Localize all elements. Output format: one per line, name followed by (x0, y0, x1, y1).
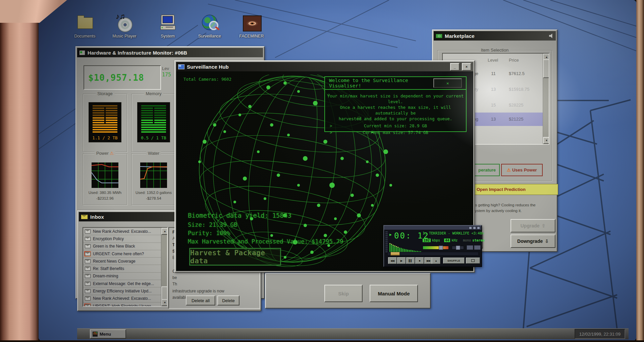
envelope-icon (84, 296, 91, 301)
money-panel: $10,957.18 (84, 65, 161, 90)
email-body-line: infrastructure upgrade is now (172, 289, 260, 295)
email-subject: Re: Staff Benefits (93, 266, 124, 271)
samplerate-value: 44 (444, 238, 450, 242)
scroll-down-button[interactable]: ▼ (161, 299, 168, 306)
email-subject: Dream-mining (93, 274, 118, 278)
scrollbar-thumb[interactable] (543, 59, 549, 78)
uses-power-button[interactable]: ⚠ Uses Power (501, 164, 543, 176)
manual-mode-button[interactable]: Manual Mode (370, 285, 418, 302)
seek-handle[interactable] (390, 252, 400, 256)
bitrate-unit: kbps (432, 238, 440, 242)
item-price: $21225 (509, 117, 523, 122)
monitor-bezel-left (0, 0, 39, 342)
volume-slider[interactable] (423, 246, 449, 250)
water-panel: Water Used: 1352.0 gallons -$278.54 (131, 153, 176, 205)
scroll-down-button[interactable]: ▼ (543, 137, 549, 144)
marketplace-titlebar[interactable]: Marketplace (434, 31, 556, 41)
inbox-scrollbar[interactable]: ▲ ▼ (161, 228, 167, 306)
down-arrow-icon: ⇩ (545, 238, 549, 244)
max-size-readout: Current max size: 57.74 GB (363, 130, 428, 135)
previous-button[interactable]: ◀◀ (388, 257, 397, 264)
hardware-window-icon (79, 50, 85, 55)
inbox-email-row[interactable]: Green is the New Black (83, 243, 161, 250)
email-subject: New Rank Achieved: Excavato... (93, 229, 151, 234)
email-field-fragment: be (172, 275, 260, 282)
speaker-icon[interactable] (549, 33, 554, 38)
temperature-button[interactable]: perature (474, 164, 500, 176)
scrollbar-thumb[interactable] (161, 286, 168, 300)
storage-panel: Storage 1.1 / 2 TB (83, 94, 127, 152)
monitor-icon (178, 64, 184, 69)
inbox-email-row[interactable]: Dream-mining (83, 273, 161, 280)
player-close-button[interactable] (477, 226, 480, 229)
inbox-email-row[interactable]: New Rank Achieved: Excavato... (83, 295, 161, 302)
water-label: Water (146, 151, 161, 156)
dialog-close-button[interactable]: × (433, 78, 462, 88)
email-subject: URGENT: Come here often? (93, 252, 144, 256)
power-panel: Power ⚠ Used: 380.35 MWh -$2312.96 (83, 153, 127, 205)
clutterbar[interactable] (385, 231, 388, 252)
balance-slider[interactable] (452, 246, 464, 250)
level-value: 175 (162, 72, 171, 78)
inbox-email-row[interactable]: External Message: Get the edge... (83, 280, 161, 287)
inbox-email-row[interactable]: Re: Staff Benefits (83, 265, 161, 272)
scroll-up-button[interactable]: ▲ (161, 228, 168, 235)
upgrade-button[interactable]: Upgrade⇧ (511, 219, 555, 232)
envelope-icon (84, 281, 91, 286)
desktop-icon-faceminer[interactable]: FACEMINER (236, 13, 267, 39)
inbox-email-row[interactable]: Recent News Coverage (83, 258, 161, 265)
desktop-icon-music-player[interactable]: ♪♫ Music Player (109, 13, 140, 39)
samplerate-unit: kHz (451, 238, 458, 242)
icon-label: System (152, 34, 183, 39)
play-button[interactable]: ▶ (397, 257, 406, 264)
surveillance-hub-titlebar[interactable]: Surveillance Hub _ × (176, 62, 473, 71)
inbox-email-row[interactable]: Energy Efficiency Initiative Upd... (83, 287, 161, 295)
taskbar-clock: 12/02/1999, 22:31:09 (575, 329, 625, 339)
stop-button[interactable]: ■ (415, 257, 424, 264)
storage-value: 1.1 / 2 TB (89, 135, 121, 140)
delete-all-button[interactable]: Delete all (186, 295, 215, 305)
close-button[interactable]: × (462, 63, 471, 71)
mono-indicator: mono (463, 238, 471, 242)
up-arrow-icon: ⇧ (542, 223, 546, 228)
pause-button[interactable]: ▌▌ (406, 257, 415, 264)
desktop-icon-documents[interactable]: Documents (69, 13, 100, 39)
cash-icon (436, 34, 442, 38)
harvest-package-button[interactable]: Harvest & Package data (189, 248, 281, 266)
email-subject: New Rank Achieved: Excavato... (93, 296, 151, 301)
warning-icon: ⚠ (110, 151, 114, 156)
inbox-email-row[interactable]: URGENT: High Electricity Usage (83, 302, 161, 307)
minimize-button[interactable]: _ (450, 63, 460, 71)
item-price: $28225 (509, 102, 523, 108)
hardware-monitor-titlebar[interactable]: Hardware & Infrastructure Monitor: #06B (77, 48, 263, 57)
envelope-icon (84, 244, 91, 249)
open-impact-prediction-button[interactable]: Open Impact Prediction (474, 184, 558, 195)
storage-meter: 1.1 / 2 TB (89, 102, 121, 142)
shuffle-button[interactable]: SHUFFLE (443, 258, 465, 264)
player-titlebar[interactable] (384, 226, 481, 230)
menu-button[interactable]: Menu (90, 329, 126, 339)
email-subject: Energy Efficiency Initiative Upd... (93, 289, 152, 293)
memory-value: 0.5 / 1 TB (138, 135, 170, 140)
item-selection-label: Item Selection (479, 48, 510, 53)
icon-label: FACEMINER (236, 34, 267, 39)
player-minimize-button[interactable] (469, 226, 472, 229)
item-price: $7612.5 (509, 71, 525, 76)
repeat-button[interactable] (466, 258, 480, 264)
inbox-email-row[interactable]: URGENT: Come here often? (83, 250, 161, 258)
desktop-icon-surveillance[interactable]: Surveillance (194, 13, 225, 39)
downgrade-button[interactable]: Downgrade⇩ (511, 234, 555, 248)
player-shade-button[interactable] (473, 226, 476, 229)
delete-button[interactable]: Delete (217, 295, 239, 305)
desktop-icon-system[interactable]: System (152, 13, 183, 39)
marketplace-scrollbar[interactable]: ▲ ▼ (543, 54, 549, 144)
skip-button[interactable]: Skip (324, 285, 363, 302)
playlist-toggle-button[interactable] (474, 245, 481, 250)
inbox-email-row[interactable]: Encryption Policy (83, 235, 161, 243)
eq-toggle-button[interactable] (467, 245, 473, 250)
seek-bar[interactable] (387, 252, 479, 256)
window-title: Inbox (90, 214, 104, 220)
eject-button[interactable]: ▲ (432, 257, 440, 264)
email-subject: Green is the New Black (93, 244, 135, 249)
inbox-email-row[interactable]: New Rank Achieved: Excavato... (83, 228, 161, 235)
